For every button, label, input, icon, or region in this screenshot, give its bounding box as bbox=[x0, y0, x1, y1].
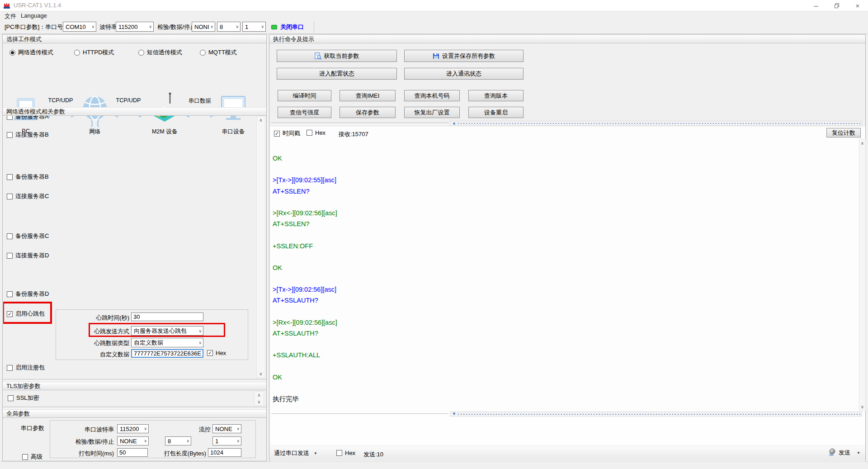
enable-heartbeat-checkbox[interactable]: ✓启用心跳包 bbox=[7, 310, 45, 318]
global-baud-select[interactable]: 115200∨ bbox=[117, 424, 149, 433]
restore-button[interactable] bbox=[826, 0, 847, 11]
send-hex-checkbox[interactable]: Hex bbox=[336, 450, 355, 456]
server-checkbox-2[interactable]: 备份服务器B bbox=[7, 173, 49, 181]
radio-mode-1[interactable]: HTTPD模式 bbox=[74, 48, 114, 57]
server-checkbox-3[interactable]: 连接服务器C bbox=[7, 192, 49, 200]
timestamp-checkbox[interactable]: ✓ 时间戳 bbox=[274, 129, 300, 137]
send-button[interactable]: 发送 ▼ bbox=[828, 448, 860, 457]
status-bar bbox=[0, 461, 868, 469]
log-line-7 bbox=[273, 229, 856, 240]
flow-select[interactable]: NONE∨ bbox=[212, 424, 241, 433]
log-line-8: +SSLEN:OFF bbox=[273, 241, 856, 251]
log-line-9 bbox=[273, 251, 856, 262]
stopbits-select[interactable]: 1∨ bbox=[242, 22, 266, 32]
tls-scrollbar[interactable]: ∧ ∨ bbox=[254, 391, 264, 406]
sent-counter: 发送:10 bbox=[363, 450, 383, 459]
menu-language[interactable]: Language bbox=[21, 12, 47, 19]
enable-register-checkbox[interactable]: 启用注册包 bbox=[7, 364, 45, 372]
enter-comm-button[interactable]: 进入通讯状态 bbox=[404, 68, 524, 80]
enter-config-button-label: 进入配置状态 bbox=[319, 70, 354, 78]
global-parity-select[interactable]: NONE∨ bbox=[117, 436, 149, 445]
heartbeat-select-2[interactable]: 自定义数据∨ bbox=[131, 338, 203, 347]
scroll-down-icon[interactable]: ∨ bbox=[257, 371, 265, 376]
log-line-2: >[Tx->][09:02:55][asc] bbox=[273, 175, 856, 185]
checkbox-icon: ✓ bbox=[7, 311, 13, 317]
heartbeat-row-label-2: 心跳数据类型 bbox=[61, 339, 129, 347]
server-checkbox-5[interactable]: 连接服务器D bbox=[7, 251, 49, 260]
save-params-button-label: 保存参数 bbox=[356, 109, 379, 117]
pack-time-input[interactable]: 50 bbox=[117, 448, 148, 457]
global-databits-select[interactable]: 8∨ bbox=[165, 436, 191, 445]
baud-select[interactable]: 115200∨ bbox=[116, 22, 154, 32]
compile-time-button[interactable]: 编译时间 bbox=[278, 90, 331, 101]
section-separator[interactable] bbox=[3, 379, 266, 381]
query-signal-button[interactable]: 查信号强度 bbox=[278, 107, 331, 118]
query-version-button-label: 查询版本 bbox=[484, 92, 508, 100]
log-line-18: +SSLAUTH:ALL bbox=[273, 350, 856, 360]
server-checkbox-3-label: 连接服务器C bbox=[15, 192, 49, 200]
collapse-down-icon[interactable]: ▼ bbox=[452, 412, 456, 416]
checkbox-icon bbox=[7, 291, 13, 297]
radio-mode-3[interactable]: MQTT模式 bbox=[200, 48, 237, 57]
save-icon bbox=[433, 52, 439, 59]
global-stopbits-select[interactable]: 1∨ bbox=[212, 436, 241, 445]
query-version-button[interactable]: 查询版本 bbox=[468, 90, 524, 101]
global-params-header: 全局参数 bbox=[3, 409, 266, 418]
advanced-checkbox[interactable]: 高级 bbox=[22, 453, 42, 461]
heartbeat-hex-checkbox[interactable]: ✓Hex bbox=[207, 350, 226, 356]
ssl-checkbox[interactable]: SSL加密 bbox=[8, 394, 39, 402]
log-hex-checkbox[interactable]: Hex bbox=[307, 129, 326, 136]
databits-select[interactable]: 8∨ bbox=[217, 22, 241, 32]
server-checkbox-1[interactable]: 连接服务器B bbox=[7, 131, 49, 139]
send-input-area[interactable] bbox=[271, 417, 863, 445]
menu-file[interactable]: 文件 bbox=[5, 12, 16, 20]
radio-mode-0[interactable]: 网络透传模式 bbox=[9, 48, 53, 57]
reset-counter-button[interactable]: 复位计数 bbox=[826, 128, 861, 137]
device-restart-button[interactable]: 设备重启 bbox=[468, 107, 524, 118]
serial-toolbar: [PC串口参数]：串口号 COM10∨ 波特率 115200∨ 检验/数据/停止… bbox=[0, 20, 868, 34]
chevron-down-icon: ∨ bbox=[186, 439, 189, 443]
tls-header: TLS加密参数 bbox=[3, 382, 266, 390]
scroll-down-icon[interactable]: ∨ bbox=[859, 404, 865, 409]
enter-config-button[interactable]: 进入配置状态 bbox=[277, 68, 397, 80]
send-splitter[interactable]: ▼ bbox=[450, 412, 862, 417]
server-checkbox-4[interactable]: 备份服务器C bbox=[7, 232, 49, 240]
query-imei-button-label: 查询IMEI bbox=[356, 92, 380, 100]
radio-mode-2[interactable]: 短信透传模式 bbox=[138, 48, 182, 57]
scroll-up-icon[interactable]: ∧ bbox=[255, 393, 264, 398]
server-checkbox-6[interactable]: 备份服务器D bbox=[7, 290, 49, 298]
save-params-button[interactable]: 保存参数 bbox=[340, 107, 396, 118]
heartbeat-input-0[interactable]: 30 bbox=[131, 313, 203, 321]
link1-label: TCP/UDP bbox=[42, 97, 79, 104]
get-params-button[interactable]: 获取当前参数 bbox=[277, 50, 397, 62]
value: 向服务器发送心跳包 bbox=[134, 327, 187, 335]
scroll-up-icon[interactable]: ∧ bbox=[859, 141, 865, 146]
query-number-button[interactable]: 查询本机号码 bbox=[404, 90, 460, 101]
heartbeat-input-3[interactable]: 7777772E7573722E636E bbox=[131, 349, 203, 358]
send-via-dropdown[interactable]: 通过串口发送 ▼ bbox=[274, 449, 317, 457]
flow-label: 流控 bbox=[179, 426, 211, 434]
scroll-up-icon[interactable]: ∧ bbox=[257, 118, 265, 123]
com-port-select[interactable]: COM10∨ bbox=[63, 22, 96, 32]
collapse-up-icon[interactable]: ▲ bbox=[452, 121, 456, 125]
net-params-scrollbar[interactable]: ∧ ∨ bbox=[256, 116, 265, 378]
close-port-button[interactable]: 关闭串口 bbox=[271, 21, 310, 33]
log-scrollbar[interactable]: ∧ ∨ bbox=[859, 139, 866, 411]
minimize-button[interactable] bbox=[806, 0, 826, 11]
close-button[interactable]: × bbox=[847, 0, 868, 11]
parity-select[interactable]: NONI∨ bbox=[192, 22, 215, 32]
factory-reset-button-label: 恢复出厂设置 bbox=[415, 109, 450, 117]
pack-len-input[interactable]: 1024 bbox=[208, 448, 241, 457]
query-imei-button[interactable]: 查询IMEI bbox=[340, 90, 396, 101]
heartbeat-select-1[interactable]: 向服务器发送心跳包∨ bbox=[131, 326, 203, 336]
log-splitter[interactable]: ▲ bbox=[450, 121, 862, 126]
scroll-down-icon[interactable]: ∨ bbox=[255, 399, 264, 404]
factory-reset-button[interactable]: 恢复出厂设置 bbox=[404, 107, 460, 118]
section-separator[interactable] bbox=[3, 407, 266, 408]
log-output[interactable]: OK >[Tx->][09:02:55][asc]AT+SSLEN? >[Rx<… bbox=[273, 153, 856, 404]
set-save-params-button[interactable]: 设置并保存所有参数 bbox=[404, 50, 524, 62]
server-checkbox-2-label: 备份服务器B bbox=[15, 173, 49, 181]
log-line-3: AT+SSLEN? bbox=[273, 186, 856, 197]
server-checkbox-0[interactable]: 备份服务器A bbox=[7, 116, 49, 121]
checkbox-icon bbox=[307, 130, 312, 136]
